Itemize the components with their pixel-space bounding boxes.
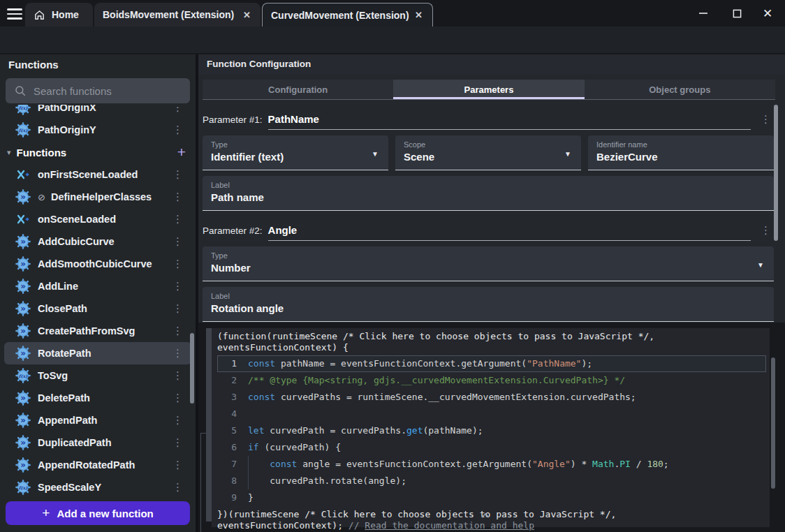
window-maximize-button[interactable] bbox=[727, 4, 747, 22]
close-tab-icon[interactable]: ✕ bbox=[242, 8, 252, 22]
function-action-icon: » bbox=[15, 189, 31, 205]
item-menu-icon[interactable]: ⋮ bbox=[173, 168, 183, 181]
item-menu-icon[interactable]: ⋮ bbox=[173, 124, 183, 136]
search-functions-box[interactable] bbox=[6, 78, 190, 103]
dropdown-arrow-icon[interactable]: ▼ bbox=[564, 150, 571, 158]
code-line[interactable]: 3const curvedPaths = runtimeScene.__curv… bbox=[217, 389, 766, 406]
item-menu-icon[interactable]: ⋮ bbox=[173, 347, 183, 360]
item-menu-icon[interactable]: ⋮ bbox=[173, 392, 183, 404]
field-identifier-name[interactable]: Identifier nameBezierCurve bbox=[588, 135, 774, 170]
plus-icon: + bbox=[42, 505, 50, 521]
function-item-AppendRotatedPath[interactable]: »AppendRotatedPath⋮ bbox=[0, 454, 196, 476]
svg-text:»: » bbox=[20, 415, 26, 425]
function-item-AddCubicCurve[interactable]: »AddCubicCurve⋮ bbox=[0, 230, 196, 253]
code-wrapper-bottom[interactable]: })(runtimeScene /* Click here to choose … bbox=[217, 509, 770, 520]
add-function-plus-icon[interactable]: + bbox=[177, 144, 186, 161]
events-sheet: (function(runtimeScene /* Click here to … bbox=[198, 323, 785, 532]
code-editor[interactable]: 1const pathName = eventsFunctionContext.… bbox=[217, 355, 770, 506]
item-menu-icon[interactable]: ⋮ bbox=[173, 481, 183, 494]
function-label: DeletePath bbox=[38, 392, 90, 404]
field-label[interactable]: LabelRotation angle bbox=[203, 287, 774, 322]
item-menu-icon[interactable]: ⋮ bbox=[173, 369, 183, 382]
window-minimize-button[interactable] bbox=[694, 4, 713, 22]
function-item-DefineHelperClasses[interactable]: »⊘DefineHelperClasses⋮ bbox=[0, 186, 196, 208]
add-new-function-button[interactable]: + Add a new function bbox=[6, 501, 190, 525]
dropdown-arrow-icon[interactable]: ▼ bbox=[372, 150, 379, 158]
js-code-event[interactable]: (function(runtimeScene /* Click here to … bbox=[212, 328, 770, 527]
function-item-CreatePathFromSvg[interactable]: »CreatePathFromSvg⋮ bbox=[0, 320, 196, 342]
function-item-onSceneLoaded[interactable]: onSceneLoaded⋮ bbox=[0, 208, 196, 230]
code-line[interactable]: 7const angle = eventsFunctionContext.get… bbox=[217, 456, 766, 473]
item-menu-icon[interactable]: ⋮ bbox=[173, 191, 183, 203]
parameters-scrollbar[interactable] bbox=[774, 105, 778, 241]
code-line[interactable]: 4 bbox=[217, 406, 766, 422]
function-item-AppendPath[interactable]: »AppendPath⋮ bbox=[0, 409, 196, 431]
code-line[interactable]: 8curvedPath.rotate(angle); bbox=[217, 473, 766, 489]
tab-home[interactable]: Home bbox=[25, 3, 93, 27]
item-menu-icon[interactable]: ⋮ bbox=[173, 258, 183, 270]
code-line[interactable]: 9} bbox=[217, 489, 766, 506]
parameter-menu-icon[interactable]: ⋮ bbox=[761, 224, 775, 241]
item-menu-icon[interactable]: ⋮ bbox=[173, 459, 183, 471]
event-drag-handle[interactable] bbox=[206, 328, 212, 522]
field-type[interactable]: TypeNumber▼ bbox=[203, 246, 774, 281]
field-scope[interactable]: ScopeScene▼ bbox=[395, 135, 581, 170]
function-item-PathOriginY[interactable]: f(x)PathOriginY⋮ bbox=[0, 119, 196, 141]
code-line[interactable]: 1const pathName = eventsFunctionContext.… bbox=[217, 355, 766, 372]
function-item-DuplicatedPath[interactable]: »DuplicatedPath⋮ bbox=[0, 431, 196, 454]
parameter-title-row: Parameter #1:PathName⋮ bbox=[203, 109, 775, 130]
code-line[interactable]: 2/** @type {Map<string, gdjs.__curvedMov… bbox=[217, 372, 766, 389]
collapse-event-icon[interactable] bbox=[480, 512, 490, 519]
field-label[interactable]: LabelPath name bbox=[203, 176, 774, 211]
function-item-AddSmoothCubicCurve[interactable]: »AddSmoothCubicCurve⋮ bbox=[0, 253, 196, 275]
search-functions-input[interactable] bbox=[34, 85, 190, 97]
search-icon bbox=[14, 84, 27, 97]
documentation-link[interactable]: Read the documentation and help bbox=[365, 520, 534, 531]
code-line[interactable]: 5let curvedPath = curvedPaths.get(pathNa… bbox=[217, 422, 766, 439]
tab-parameters[interactable]: Parameters bbox=[393, 80, 584, 99]
main-header: Function Configuration bbox=[198, 54, 785, 75]
hamburger-menu-icon[interactable] bbox=[7, 8, 22, 20]
function-item-PathOriginX[interactable]: f(x)PathOriginX⋮ bbox=[0, 105, 196, 119]
function-item-RotatePath[interactable]: »RotatePath⋮ bbox=[4, 342, 191, 364]
item-menu-icon[interactable]: ⋮ bbox=[173, 325, 183, 337]
parameter-menu-icon[interactable]: ⋮ bbox=[761, 113, 775, 130]
parameter-name-input[interactable]: Angle bbox=[268, 224, 751, 241]
svg-text:»: » bbox=[20, 237, 26, 246]
function-action-icon: » bbox=[15, 234, 31, 249]
code-line[interactable]: 6if (curvedPath) { bbox=[217, 439, 766, 456]
function-item-onFirstSceneLoaded[interactable]: onFirstSceneLoaded⋮ bbox=[0, 163, 196, 186]
item-menu-icon[interactable]: ⋮ bbox=[173, 235, 183, 248]
functions-section-header[interactable]: ▾Functions+ bbox=[0, 141, 196, 163]
function-item-ClosePath[interactable]: »ClosePath⋮ bbox=[0, 297, 196, 320]
toolbar: Preview Share bbox=[0, 27, 785, 53]
tab-object-groups[interactable]: Object groups bbox=[585, 80, 775, 99]
item-menu-icon[interactable]: ⋮ bbox=[173, 436, 183, 449]
code-scrollbar[interactable] bbox=[771, 357, 775, 489]
configuration-tabs: ConfigurationParametersObject groups bbox=[203, 80, 775, 100]
tab-boidsmovement[interactable]: BoidsMovement (Extension) ✕ bbox=[94, 3, 261, 27]
dropdown-arrow-icon[interactable]: ▼ bbox=[757, 261, 764, 269]
item-menu-icon[interactable]: ⋮ bbox=[173, 105, 183, 114]
tab-configuration[interactable]: Configuration bbox=[203, 80, 393, 99]
field-label: Scope bbox=[404, 140, 573, 149]
function-item-ToSvg[interactable]: f(x)ToSvg⋮ bbox=[0, 364, 196, 387]
close-tab-icon[interactable]: ✕ bbox=[413, 8, 424, 22]
function-label: PathOriginX bbox=[38, 105, 96, 113]
window-close-button[interactable]: ✕ bbox=[758, 4, 777, 22]
field-type[interactable]: TypeIdentifier (text)▼ bbox=[203, 135, 388, 170]
item-menu-icon[interactable]: ⋮ bbox=[173, 302, 183, 315]
tab-label: BoidsMovement (Extension) bbox=[103, 9, 234, 20]
collapse-triangle-icon[interactable]: ▾ bbox=[7, 148, 11, 157]
item-menu-icon[interactable]: ⋮ bbox=[173, 213, 183, 226]
item-menu-icon[interactable]: ⋮ bbox=[173, 280, 183, 293]
item-menu-icon[interactable]: ⋮ bbox=[173, 414, 183, 427]
function-item-SpeedScaleY[interactable]: f(x)SpeedScaleY⋮ bbox=[0, 476, 196, 497]
code-wrapper-top[interactable]: (function(runtimeScene /* Click here to … bbox=[217, 331, 770, 342]
tab-curvedmovement[interactable]: CurvedMovement (Extension) ✕ bbox=[262, 3, 433, 27]
function-item-AddLine[interactable]: »AddLine⋮ bbox=[0, 275, 196, 297]
sidebar-scrollbar[interactable] bbox=[190, 333, 194, 404]
function-item-DeletePath[interactable]: »DeletePath⋮ bbox=[0, 387, 196, 409]
svg-text:»: » bbox=[20, 304, 26, 313]
parameter-name-input[interactable]: PathName bbox=[268, 113, 751, 130]
